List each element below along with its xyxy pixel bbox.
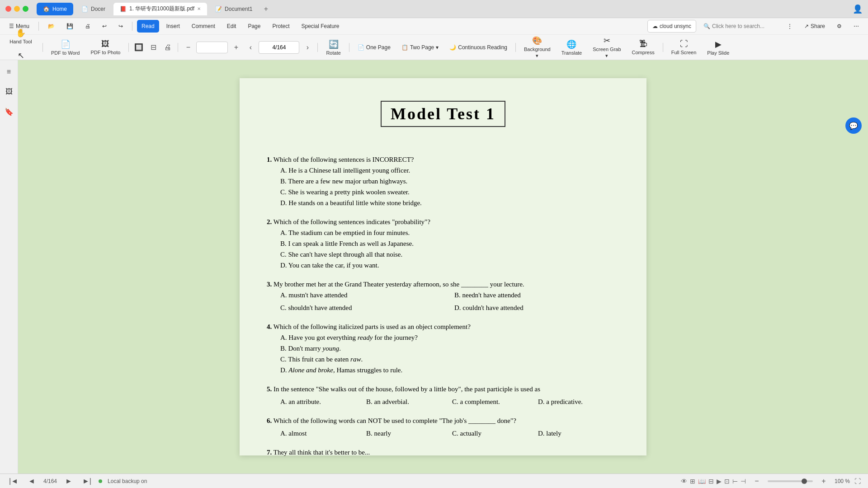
prev-page-button[interactable]: ‹ <box>244 41 257 54</box>
zoom-in-button[interactable]: + <box>230 41 242 54</box>
tab-pdf-close[interactable]: ✕ <box>197 6 201 11</box>
q2-option-b: B. I can speak a little French as well a… <box>280 238 619 249</box>
background-label: Background <box>524 47 551 52</box>
layout-icon[interactable]: ⊟ <box>708 478 714 485</box>
share-button[interactable]: ↗ Share <box>800 20 830 33</box>
print-button[interactable]: 🖨 <box>80 20 95 33</box>
search-input[interactable] <box>712 23 775 29</box>
resize1-icon[interactable]: ⊢ <box>732 478 738 485</box>
crop-icon[interactable]: ⊡ <box>724 478 730 485</box>
more-button[interactable]: ⋮ <box>783 20 797 33</box>
traffic-lights <box>5 6 28 12</box>
special-feature-button[interactable]: Special Feature <box>297 20 344 33</box>
translate-icon: 🌐 <box>566 39 576 49</box>
full-screen-label: Full Screen <box>671 50 697 55</box>
zoom-out-button[interactable]: − <box>182 41 194 54</box>
cloud-button[interactable]: ☁ cloud unsync <box>647 20 696 33</box>
close-button[interactable] <box>5 6 11 12</box>
full-screen-button[interactable]: ⛶ Full Screen <box>667 37 701 58</box>
compress-button[interactable]: 🗜 Compress <box>627 37 659 58</box>
translate-button[interactable]: 🌐 Translate <box>557 37 586 58</box>
zoom-input[interactable]: 100% <box>196 42 228 53</box>
sep9 <box>663 43 663 52</box>
question-list: 1. Which of the following sentences is I… <box>267 154 619 458</box>
maximize-button[interactable] <box>23 6 28 12</box>
tab-pdf[interactable]: 📕 1. 华研专四1000题新版.pdf ✕ <box>113 3 207 15</box>
select-icon: ↖ <box>18 51 24 61</box>
next-page-button[interactable]: › <box>301 41 314 54</box>
first-page-button[interactable]: |◄ <box>7 475 20 488</box>
sep2 <box>132 22 132 31</box>
one-page-label: One Page <box>366 44 391 51</box>
title-wrapper: Model Test 1 <box>267 101 619 141</box>
fullscreen-status-icon[interactable]: ⛶ <box>854 478 861 485</box>
sidebar-thumbnail-icon[interactable]: 🖼 <box>2 84 16 99</box>
q4-option-d: D. Alone and broke, Hamas struggles to r… <box>280 365 619 375</box>
minimize-button[interactable] <box>14 6 20 12</box>
search-button[interactable]: 🔍 <box>699 20 780 33</box>
background-button[interactable]: 🎨 Background ▾ <box>519 37 555 58</box>
settings-button[interactable]: ⚙ <box>832 20 846 33</box>
zoom-plus-status[interactable]: + <box>817 475 830 488</box>
tool1-button[interactable]: 🔲 <box>132 41 145 54</box>
undo-button[interactable]: ↩ <box>98 20 111 33</box>
book-icon[interactable]: 📖 <box>698 478 706 485</box>
tab-add-button[interactable]: + <box>260 4 271 14</box>
statusbar-right: 👁 ⊞ 📖 ⊟ ▶ ⊡ ⊢ ⊣ − + 100 % ⛶ <box>681 475 861 488</box>
continuous-reading-button[interactable]: 🌙 Continuous Reading <box>445 41 512 54</box>
sep3 <box>42 43 43 52</box>
rotate-icon: 🔄 <box>329 39 339 49</box>
q6-option-d: D. lately <box>538 428 619 439</box>
eye-icon[interactable]: 👁 <box>681 478 687 485</box>
zoom-minus-status[interactable]: − <box>750 475 763 488</box>
sidebar-bookmark-icon[interactable]: 🔖 <box>2 104 16 119</box>
redo-button[interactable]: ↪ <box>114 20 127 33</box>
q1-option-a: A. He is a Chinese tall intelligent youn… <box>280 165 619 176</box>
read-button[interactable]: Read <box>137 20 159 33</box>
tab-doc[interactable]: 📝 Document1 <box>209 3 259 15</box>
sep8 <box>515 43 516 52</box>
user-icon[interactable]: 👤 <box>853 4 863 14</box>
tab-docer[interactable]: 📄 Docer <box>75 3 112 15</box>
protect-button[interactable]: Protect <box>268 20 294 33</box>
q3-option-a: A. mustn't have attended <box>280 290 445 300</box>
overflow-button[interactable]: ⋯ <box>849 20 863 33</box>
zoom-slider[interactable] <box>768 480 813 482</box>
q1-option-c: C. She is wearing a pretty pink woolen s… <box>280 187 619 197</box>
last-page-button[interactable]: ►| <box>80 475 93 488</box>
two-page-button[interactable]: 📋 Two Page ▾ <box>397 41 443 54</box>
pdf-to-photo-button[interactable]: 🖼 PDF to Photo <box>86 37 125 58</box>
save-icon: 💾 <box>66 23 73 29</box>
q4-option-a: A. Have you got everything ready for the… <box>280 332 619 343</box>
comment-button[interactable]: Comment <box>187 20 220 33</box>
edit-button[interactable]: Edit <box>222 20 241 33</box>
hand-tool-button[interactable]: ✋ Hand Tool <box>3 25 39 47</box>
save-button[interactable]: 💾 <box>62 20 78 33</box>
q3-option-b: B. needn't have attended <box>454 290 619 300</box>
play-icon[interactable]: ▶ <box>717 478 722 485</box>
open-icon: 📂 <box>48 23 55 29</box>
insert-button[interactable]: Insert <box>162 20 184 33</box>
tab-home[interactable]: 🏠 Home <box>37 3 73 15</box>
play-slide-button[interactable]: ▶ Play Slide <box>703 37 734 58</box>
statusbar-left: |◄ ◄ 4/164 ► ►| Local backup on <box>7 475 147 488</box>
page-button[interactable]: Page <box>243 20 265 33</box>
one-page-icon: 📄 <box>358 44 364 51</box>
float-button[interactable]: 💬 <box>845 117 862 134</box>
open-button[interactable]: 📂 <box>43 20 59 33</box>
sidebar-toc-icon[interactable]: ≡ <box>2 65 16 79</box>
tool2-button[interactable]: ⊟ <box>147 41 160 54</box>
rotate-button[interactable]: 🔄 Rotate <box>321 37 345 58</box>
pdf-to-word-button[interactable]: 📄 PDF to Word <box>47 37 84 58</box>
next-page-status-button[interactable]: ► <box>62 475 75 488</box>
one-page-button[interactable]: 📄 One Page <box>353 41 395 54</box>
q2-option-d: D. You can take the car, if you want. <box>280 260 619 271</box>
prev-page-status-button[interactable]: ◄ <box>25 475 38 488</box>
grid-icon[interactable]: ⊞ <box>690 478 695 485</box>
toolbar-area: ☰ Menu 📂 💾 🖨 ↩ ↪ Read <box>0 18 868 60</box>
question-4: 4. Which of the following italicized par… <box>267 321 619 375</box>
screen-grab-button[interactable]: ✂ Screen Grab ▾ <box>588 37 625 58</box>
tool3-button[interactable]: 🖨 <box>161 41 174 54</box>
resize2-icon[interactable]: ⊣ <box>741 478 746 485</box>
docer-icon: 📄 <box>81 6 88 12</box>
